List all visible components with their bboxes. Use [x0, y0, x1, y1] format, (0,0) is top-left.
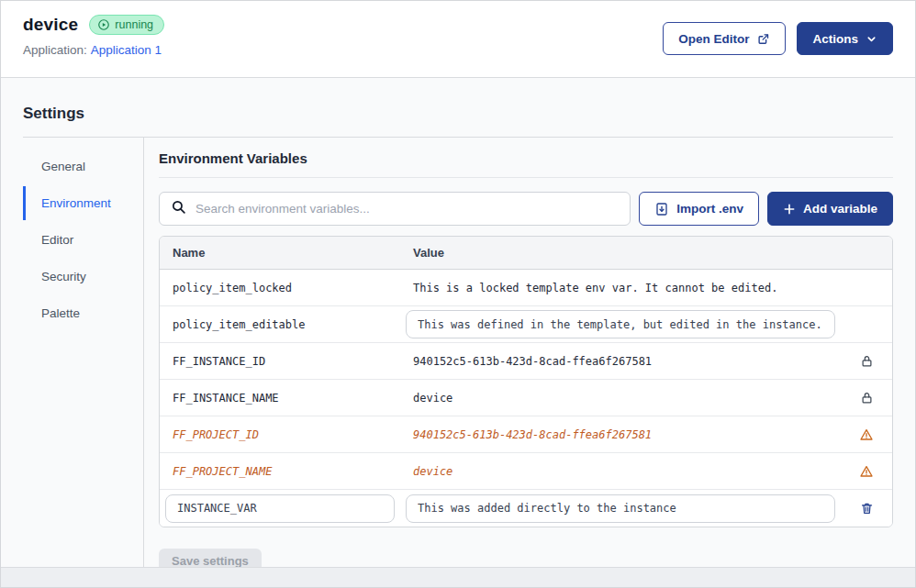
- actions-label: Actions: [812, 32, 858, 46]
- env-var-name: FF_PROJECT_NAME: [160, 465, 400, 478]
- sidebar-item-general[interactable]: General: [23, 150, 143, 183]
- sidebar-item-palette[interactable]: Palette: [23, 296, 143, 330]
- env-toolbar: Import .env Add variable: [159, 192, 893, 226]
- table-row: [160, 490, 892, 527]
- settings-section: Settings General Environment Editor Secu…: [1, 78, 915, 567]
- section-divider: [159, 177, 893, 178]
- lock-icon: [841, 354, 892, 368]
- env-var-name: FF_INSTANCE_NAME: [160, 392, 400, 405]
- lock-icon: [841, 391, 892, 405]
- env-var-name: FF_INSTANCE_ID: [160, 355, 400, 368]
- env-var-value: This is a locked template env var. It ca…: [400, 282, 841, 294]
- device-settings-page: device running Application:Application 1…: [0, 0, 916, 588]
- column-header-name: Name: [160, 246, 400, 260]
- open-editor-label: Open Editor: [678, 32, 749, 46]
- breadcrumb: Application:Application 1: [23, 43, 164, 57]
- play-circle-icon: [97, 18, 110, 31]
- env-variables-table: Name Value policy_item_locked This is a …: [159, 236, 893, 527]
- page-footer: [1, 567, 915, 587]
- env-var-value: device: [400, 465, 841, 478]
- env-var-name: policy_item_editable: [160, 318, 400, 331]
- status-badge-label: running: [115, 18, 153, 31]
- application-link[interactable]: Application 1: [91, 43, 162, 57]
- status-badge: running: [89, 15, 164, 35]
- env-var-value: 940152c5-613b-423d-8cad-ffea6f267581: [400, 355, 841, 368]
- env-var-value-field: [400, 494, 841, 523]
- page-title: device: [23, 15, 78, 35]
- sidebar-item-security[interactable]: Security: [23, 260, 143, 294]
- import-env-button[interactable]: Import .env: [639, 192, 759, 226]
- warning-icon: [841, 427, 892, 442]
- topbar-actions: Open Editor Actions: [663, 22, 893, 55]
- table-row: FF_PROJECT_NAME device: [160, 453, 892, 490]
- import-env-label: Import .env: [676, 202, 743, 216]
- section-title: Environment Variables: [159, 150, 893, 166]
- trash-icon[interactable]: [841, 501, 892, 516]
- environment-panel: Environment Variables Import .env: [144, 138, 893, 567]
- table-row: FF_INSTANCE_NAME device: [160, 380, 892, 416]
- application-label: Application:: [23, 43, 87, 57]
- table-row: policy_item_editable: [160, 306, 892, 343]
- table-row: FF_PROJECT_ID 940152c5-613b-423d-8cad-ff…: [160, 416, 892, 453]
- env-var-value-input[interactable]: [406, 310, 835, 338]
- sidebar-item-editor[interactable]: Editor: [23, 223, 143, 257]
- chevron-down-icon: [866, 33, 877, 45]
- topbar-left: device running Application:Application 1: [23, 15, 164, 57]
- warning-icon: [841, 464, 892, 479]
- env-var-value: device: [400, 392, 841, 405]
- settings-title: Settings: [23, 105, 893, 123]
- env-var-name-field: [160, 494, 400, 523]
- actions-button[interactable]: Actions: [797, 22, 893, 55]
- sidebar-item-environment[interactable]: Environment: [23, 186, 143, 220]
- file-download-icon: [654, 202, 669, 216]
- add-variable-label: Add variable: [803, 202, 877, 216]
- plus-icon: [783, 203, 796, 216]
- env-var-name: FF_PROJECT_ID: [160, 428, 400, 441]
- external-link-icon: [756, 32, 770, 46]
- column-header-value: Value: [400, 246, 841, 260]
- search-box: [159, 192, 631, 226]
- topbar: device running Application:Application 1…: [1, 1, 915, 78]
- env-var-value-field: [400, 310, 841, 338]
- env-var-value-input[interactable]: [406, 494, 835, 523]
- env-var-name: policy_item_locked: [160, 282, 400, 294]
- table-row: FF_INSTANCE_ID 940152c5-613b-423d-8cad-f…: [160, 343, 892, 380]
- table-header-row: Name Value: [160, 237, 892, 270]
- env-var-name-input[interactable]: [165, 494, 395, 523]
- table-row: policy_item_locked This is a locked temp…: [160, 270, 892, 306]
- env-var-value: 940152c5-613b-423d-8cad-ffea6f267581: [400, 428, 841, 441]
- open-editor-button[interactable]: Open Editor: [663, 22, 786, 55]
- settings-sidebar: General Environment Editor Security Pale…: [23, 138, 144, 567]
- search-icon: [171, 199, 186, 218]
- search-input[interactable]: [195, 202, 619, 216]
- add-variable-button[interactable]: Add variable: [767, 192, 893, 226]
